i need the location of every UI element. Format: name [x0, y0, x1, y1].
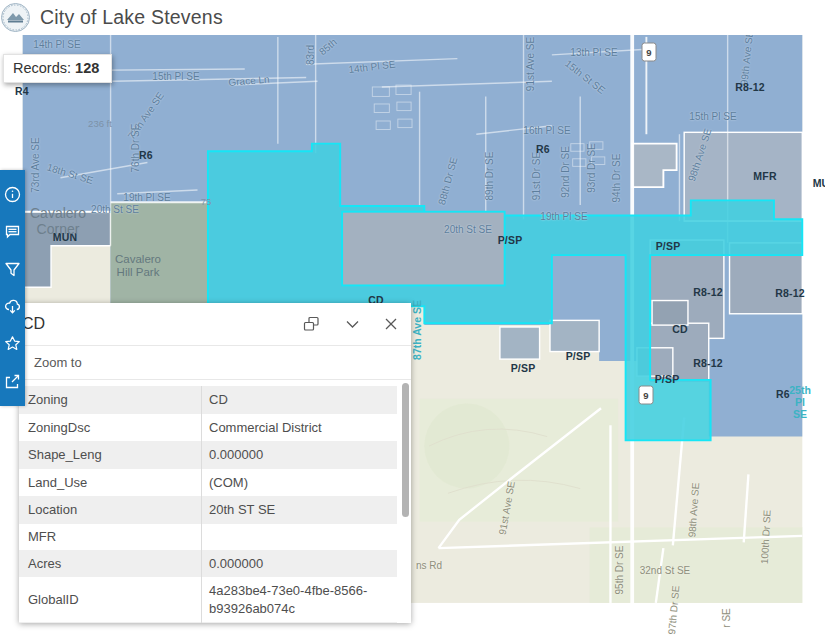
field-label: Shape_Leng — [19, 442, 201, 467]
field-label: Land_Use — [19, 470, 201, 495]
star-icon[interactable] — [4, 335, 21, 352]
field-value: Commercial District — [201, 414, 397, 442]
field-value: (COM) — [201, 469, 397, 497]
chevron-down-icon[interactable] — [346, 320, 359, 329]
app-header: City of Lake Stevens — [0, 0, 825, 35]
export-icon[interactable] — [4, 373, 21, 390]
attribute-table: ZoningCDZoningDscCommercial DistrictShap… — [19, 386, 397, 623]
feature-popup: CD Zoom to ZoningCDZoningDs — [19, 303, 411, 623]
popup-scrollbar[interactable] — [402, 383, 409, 517]
column-divider — [201, 386, 202, 623]
popup-title: CD — [22, 315, 303, 333]
popup-header: CD — [19, 303, 411, 346]
field-label: ZoningDsc — [19, 415, 201, 440]
field-value: 20th ST SE — [201, 496, 397, 524]
records-value: 128 — [75, 60, 99, 76]
field-label: Zoning — [19, 387, 201, 412]
zoom-to-link[interactable]: Zoom to — [34, 355, 82, 370]
field-row-land_use: Land_Use(COM) — [19, 469, 397, 497]
field-row-location: Location20th ST SE — [19, 496, 397, 524]
field-row-globalid: GlobalID4a283be4-73e0-4fbe-8566-b93926ab… — [19, 577, 397, 622]
page-title: City of Lake Stevens — [40, 6, 223, 29]
field-label: Acres — [19, 551, 201, 576]
field-value: 4a283be4-73e0-4fbe-8566-b93926ab074c — [201, 577, 397, 622]
field-value — [201, 532, 397, 542]
route-shield: 9 — [639, 386, 654, 405]
field-value: 0.000000 — [201, 550, 397, 578]
field-row-zoningdsc: ZoningDscCommercial District — [19, 414, 397, 442]
field-row-shape_leng: Shape_Leng0.000000 — [19, 441, 397, 469]
dock-icon[interactable] — [303, 316, 320, 332]
city-seal-logo — [1, 3, 30, 32]
popup-action-row: Zoom to — [19, 346, 411, 380]
field-row-acres: Acres0.000000 — [19, 550, 397, 578]
next-row-partial — [19, 622, 397, 623]
field-row-mfr: MFR — [19, 524, 397, 550]
filter-icon[interactable] — [4, 261, 21, 278]
field-row-zoning: ZoningCD — [19, 386, 397, 414]
map-tools-sidebar — [0, 170, 25, 406]
route-shield: 9 — [642, 43, 657, 62]
close-icon[interactable] — [385, 318, 397, 330]
offline-download-icon[interactable] — [4, 298, 21, 315]
field-value: 0.000000 — [201, 441, 397, 469]
records-count-badge: Records: 128 — [3, 54, 112, 83]
records-label: Records: — [13, 60, 71, 76]
comment-icon[interactable] — [4, 223, 21, 240]
field-label: GlobalID — [19, 587, 201, 612]
field-label: Location — [19, 497, 201, 522]
info-icon[interactable] — [4, 186, 21, 203]
field-value: CD — [201, 386, 397, 414]
field-label: MFR — [19, 524, 201, 549]
